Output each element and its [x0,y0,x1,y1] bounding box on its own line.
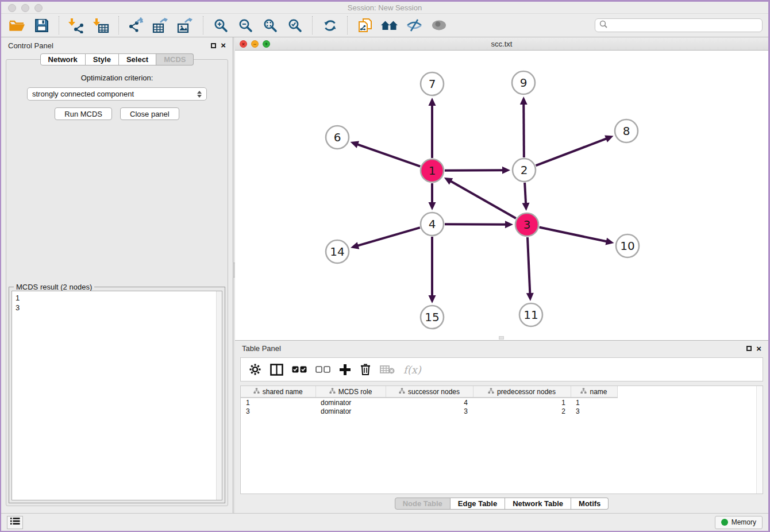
tab-style[interactable]: Style [86,53,119,65]
network-maximize-button[interactable]: + [263,40,270,48]
node-table-body: 1dominator4113dominator323 [241,398,617,416]
maximize-window-button[interactable] [34,4,43,12]
export-image-button[interactable] [176,16,195,34]
search-input[interactable] [610,21,758,29]
column-header-successor-nodes[interactable]: successor nodes [386,386,473,398]
network-canvas[interactable]: 7968124310141511 [235,51,768,340]
close-table-panel-icon[interactable]: × [756,345,761,352]
edge-arrowhead-icon [429,295,436,303]
sort-key-icon [399,388,405,396]
save-session-button[interactable] [32,16,51,34]
network-close-button[interactable]: × [240,40,247,48]
refresh-icon [323,18,337,33]
tab-mcds[interactable]: MCDS [156,53,194,65]
memory-button[interactable]: Memory [715,516,763,529]
zoom-in-button[interactable] [211,16,230,34]
graph-node-label-15: 15 [425,310,439,324]
float-panel-icon[interactable] [211,43,216,48]
optimization-criterion-label: Optimization criterion: [6,74,228,82]
gear-icon[interactable] [249,363,261,376]
graph-edge-3-1[interactable] [450,181,516,218]
search-field[interactable] [595,18,763,32]
node-table[interactable]: shared nameMCDS rolesuccessor nodesprede… [241,386,618,416]
column-header-name[interactable]: name [571,386,617,398]
table-row[interactable]: 3dominator323 [241,407,617,416]
window-controls [8,4,43,12]
graph-edge-3-10[interactable] [540,228,607,242]
graph-node-label-3: 3 [523,218,531,232]
canvas-resize-grip[interactable] [499,336,504,340]
control-panel: Control Panel × Network Style Select MCD… [1,37,233,513]
function-builder-icon[interactable]: f(x) [403,364,421,376]
column-header-shared-name[interactable]: shared name [241,386,315,398]
open-session-button[interactable] [7,16,26,34]
tab-node-table[interactable]: Node Table [395,498,451,510]
app-window: Session: New Session Cont [1,2,768,531]
import-table-button[interactable] [91,16,111,34]
network-minimize-button[interactable]: − [251,40,259,48]
title-bar[interactable]: Session: New Session [1,2,768,14]
show-details-button[interactable] [429,16,449,34]
graph-edge-2-8[interactable] [536,138,607,165]
graph-edge-4-14[interactable] [357,228,420,246]
toolbar-separator [312,16,313,34]
sort-key-icon [488,388,494,396]
edge-arrowhead-icon [520,97,528,105]
edge-arrowhead-icon [526,293,534,301]
graph-node-label-14: 14 [330,245,344,259]
refresh-button[interactable] [320,16,340,34]
hide-details-button[interactable] [405,16,424,34]
open-session-icon [9,18,25,33]
tab-network[interactable]: Network [40,53,86,65]
graph-edge-2-9[interactable] [523,103,524,157]
toolbar-separator [118,16,119,34]
delete-icon[interactable] [360,363,371,376]
column-header-predecessor-nodes[interactable]: predecessor nodes [473,386,571,398]
table-scrollbar[interactable] [756,386,763,494]
add-icon[interactable] [339,364,351,376]
graph-edge-1-2[interactable] [445,170,503,171]
mcds-result-group: MCDS result (2 nodes) 1 3 [9,287,225,503]
export-table-button[interactable] [151,16,171,34]
columns-icon[interactable] [270,364,283,376]
clone-network-button[interactable] [355,16,375,34]
close-window-button[interactable] [8,4,16,12]
node-table-container: shared nameMCDS rolesuccessor nodesprede… [240,385,763,494]
zoom-out-button[interactable] [236,16,255,34]
task-history-button[interactable] [7,516,23,529]
optimization-criterion-select[interactable]: strongly connected component [27,87,207,101]
home-button[interactable] [380,16,399,34]
run-mcds-button[interactable]: Run MCDS [55,107,112,120]
float-table-panel-icon[interactable] [746,346,752,351]
edge-arrowhead-icon [429,202,436,210]
network-window-titlebar[interactable]: × − + scc.txt [235,37,768,51]
import-network-button[interactable] [67,16,86,34]
desktop-background: Session: New Session Cont [0,0,770,532]
zoom-selected-button[interactable] [285,16,305,34]
tab-motifs[interactable]: Motifs [571,498,609,510]
close-panel-button[interactable]: Close panel [120,107,179,120]
zoom-selected-icon [288,18,302,33]
delete-table-icon[interactable] [380,365,395,374]
sort-key-icon [329,388,336,396]
tab-edge-table[interactable]: Edge Table [451,498,505,510]
tab-select[interactable]: Select [119,53,156,65]
close-panel-icon[interactable]: × [221,42,226,49]
minimize-window-button[interactable] [21,4,29,12]
table-panel: Table Panel × f(x) [235,341,768,513]
deselect-all-icon[interactable] [315,366,330,373]
graph-edge-4-3[interactable] [445,224,506,225]
export-network-button[interactable] [126,16,146,34]
graph-edge-2-3[interactable] [525,183,526,204]
graph-edge-3-11[interactable] [528,237,530,294]
select-all-icon[interactable] [292,366,307,373]
column-header-MCDS-role[interactable]: MCDS role [315,386,386,398]
edge-arrowhead-icon [351,141,359,148]
graph-edge-1-6[interactable] [357,144,420,167]
sort-key-icon [253,388,260,396]
graph-node-label-11: 11 [523,308,538,322]
tab-network-table[interactable]: Network Table [505,498,571,510]
zoom-fit-button[interactable] [260,16,280,34]
result-scrollbar[interactable] [216,291,222,500]
table-row[interactable]: 1dominator411 [241,398,617,407]
